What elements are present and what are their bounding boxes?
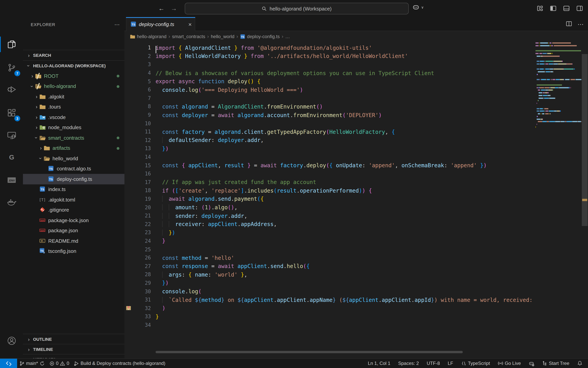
section-outline[interactable]: ›OUTLINE (23, 334, 125, 344)
tree-item-.tours[interactable]: ›.tours (23, 102, 125, 112)
line-number[interactable]: 18 (125, 188, 151, 193)
explorer-more-actions-icon[interactable]: ⋯ (114, 21, 120, 28)
tree-item-contract.algo.ts[interactable]: TScontract.algo.ts (23, 164, 125, 174)
code-line-15[interactable]: 15 const { appClient, result } = await f… (125, 161, 535, 170)
tree-item-.algokit[interactable]: ›.algokit (23, 92, 125, 102)
code-line-34[interactable]: 34 (125, 321, 535, 329)
status-git-branch[interactable]: main* (17, 359, 47, 368)
chevron-right-icon[interactable]: › (34, 115, 39, 120)
line-number[interactable]: 27 (125, 263, 151, 269)
line-number[interactable]: 24 (125, 238, 151, 244)
tree-item-hello-algorand[interactable]: ›hello-algorand (23, 81, 125, 92)
forward-arrow-icon[interactable]: → (169, 4, 179, 13)
line-number[interactable]: 8 (125, 104, 151, 110)
code-line-2[interactable]: 2import { HelloWorldFactory } from '../a… (125, 52, 535, 60)
activity-extensions[interactable]: 3 (0, 103, 23, 123)
line-number[interactable]: 17 (125, 179, 151, 185)
breadcrumb-deploy-config.ts[interactable]: TSdeploy-config.ts (240, 34, 280, 39)
status-language-mode[interactable]: {}TypeScript (460, 359, 491, 368)
line-number[interactable]: 26 (125, 255, 151, 261)
chevron-down-icon[interactable]: › (38, 156, 44, 161)
code-line-19[interactable]: 19 await algorand.send.payment({ (125, 195, 535, 203)
back-arrow-icon[interactable]: ← (157, 4, 166, 13)
status-copilot-status[interactable] (528, 359, 535, 368)
line-number[interactable]: 20 (125, 204, 151, 210)
breadcrumb-smart-contracts[interactable]: smart_contracts (172, 34, 205, 39)
code-line-30[interactable]: 30 console.log( (125, 287, 535, 295)
code-line-14[interactable]: 14 (125, 153, 535, 161)
code-line-24[interactable]: 24 } (125, 237, 535, 245)
split-editor-icon[interactable] (566, 21, 572, 28)
line-number[interactable]: 9 (125, 112, 151, 118)
code-line-9[interactable]: 9 const deployer = await algorand.accoun… (125, 111, 535, 119)
status-eol[interactable]: LF (447, 359, 454, 368)
line-number[interactable]: 3 (125, 62, 151, 67)
tree-item-root[interactable]: ›ROOT (23, 71, 125, 81)
close-tab-icon[interactable]: × (188, 21, 192, 27)
status-start-tree[interactable]: Start Tree (542, 359, 570, 368)
command-center-search[interactable]: hello-algorand (Workspace) (185, 3, 409, 14)
code-line-27[interactable]: 27 const response = await appClient.send… (125, 262, 535, 270)
code-line-26[interactable]: 26 const method = 'hello' (125, 254, 535, 262)
copilot-menu[interactable]: ∨ (412, 3, 424, 11)
line-number[interactable]: 31 (125, 297, 151, 303)
line-number[interactable]: 10 (125, 120, 151, 126)
code-line-23[interactable]: 23 }) (125, 228, 535, 237)
chevron-right-icon[interactable]: › (34, 94, 39, 99)
section-workspace[interactable]: › HELLO-ALGORAND (WORKSPACE) (23, 60, 125, 71)
code-line-25[interactable]: 25 (125, 245, 535, 254)
line-number[interactable]: 25 (125, 247, 151, 252)
section-timeline[interactable]: ›TIMELINE (23, 344, 125, 354)
tree-item-hello-world[interactable]: ›hello_world (23, 153, 125, 164)
code-line-3[interactable]: 3 (125, 60, 535, 69)
line-number[interactable]: 16 (125, 171, 151, 177)
chevron-right-icon[interactable]: › (34, 104, 39, 110)
line-number[interactable]: 12 (125, 137, 151, 143)
code-line-21[interactable]: 21 sender: deployer.addr, (125, 212, 535, 220)
chevron-right-icon[interactable]: › (34, 125, 39, 130)
code-editor[interactable]: 1import { AlgorandClient } from '@algora… (125, 42, 535, 358)
line-number[interactable]: 5 (125, 78, 151, 84)
code-line-7[interactable]: 7 (125, 94, 535, 102)
line-number[interactable]: 1 (125, 45, 151, 51)
status-task-build-deploy[interactable]: Build & Deploy contracts (hello-algorand… (72, 359, 168, 368)
code-line-29[interactable]: 29 }) (125, 279, 535, 287)
status-indentation[interactable]: Spaces: 2 (398, 359, 420, 368)
line-number[interactable]: 2 (125, 53, 151, 59)
line-number[interactable]: 23 (125, 230, 151, 236)
vertical-scrollbar[interactable] (581, 42, 588, 358)
tree-item-.gitignore[interactable]: .gitignore (23, 205, 125, 215)
tree-item-smart-contracts[interactable]: ›smart_contracts (23, 133, 125, 143)
line-number[interactable]: 34 (125, 322, 151, 328)
line-number[interactable]: 30 (125, 288, 151, 294)
status-cursor-position[interactable]: Ln 1, Col 1 (367, 359, 391, 368)
activity-docker[interactable] (0, 192, 23, 212)
line-number[interactable]: 15 (125, 162, 151, 168)
toggle-secondary-sidebar-icon[interactable] (576, 5, 583, 12)
breadcrumb-hello-algorand[interactable]: hello-algorand (130, 34, 166, 39)
chevron-down-icon[interactable]: › (34, 135, 39, 141)
line-number[interactable]: 33 (125, 314, 151, 320)
tree-item-readme.md[interactable]: M↓README.md (23, 236, 125, 246)
tree-item-node-modules[interactable]: ›JSnode_modules (23, 122, 125, 133)
tree-item-package.json[interactable]: npmpackage.json (23, 225, 125, 236)
code-line-31[interactable]: 31 `Called ${method} on ${appClient.appC… (125, 296, 535, 304)
tree-item-index.ts[interactable]: TSindex.ts (23, 184, 125, 194)
code-line-17[interactable]: 17 // If app was just created fund the a… (125, 178, 535, 186)
activity-accounts[interactable] (0, 331, 23, 351)
status-remote-indicator[interactable] (0, 359, 17, 368)
activity-gitlens[interactable]: G (0, 147, 23, 167)
tree-item-artifacts[interactable]: ›artifacts (23, 143, 125, 153)
code-line-1[interactable]: 1import { AlgorandClient } from '@algora… (125, 44, 535, 52)
code-line-28[interactable]: 28 args: { name: 'world' }, (125, 270, 535, 279)
code-line-4[interactable]: 4// Below is a showcase of various deplo… (125, 69, 535, 77)
status-go-live[interactable]: Go Live (497, 359, 522, 368)
line-number[interactable]: 21 (125, 213, 151, 219)
line-number[interactable]: 6 (125, 87, 151, 93)
toggle-primary-sidebar-icon[interactable] (550, 5, 557, 12)
activity-explorer[interactable] (0, 34, 23, 55)
status-problems[interactable]: 00 (47, 359, 72, 368)
tree-item-.algokit.toml[interactable]: [T].algokit.toml (23, 194, 125, 205)
code-line-6[interactable]: 6 console.log('=== Deploying HelloWorld … (125, 86, 535, 94)
chevron-down-icon[interactable]: › (29, 84, 35, 89)
